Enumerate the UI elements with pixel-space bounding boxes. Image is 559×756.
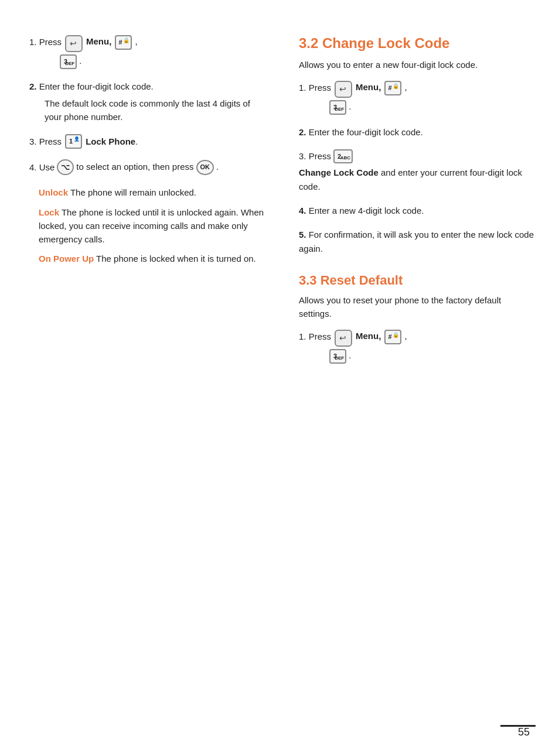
left-step2-text: 2. Enter the four-digit lock code. (29, 80, 154, 93)
left-step3-label: Lock Phone. (86, 135, 138, 148)
left-step3-num: 3. Press (29, 135, 62, 149)
right-menu-icon: ↩ (335, 81, 352, 98)
section-3-2-desc: Allows you to enter a new four-digit loc… (299, 58, 536, 71)
right-33-step1-hash-key: #🔒 (384, 330, 401, 344)
right-step1-hash-key: #🔒 (384, 81, 401, 95)
onpowerup-block: On Power Up The phone is locked when it … (39, 252, 270, 265)
right-33-step-1: 1. Press ↩ Menu, #🔒 , 3DEF . (299, 330, 536, 364)
right-step2-text: 2. Enter the four-digit lock code. (299, 125, 423, 139)
lock-label: Lock (39, 207, 59, 217)
right-33-step1-menu-label: Menu, (356, 330, 381, 343)
left-step2-note: The default lock code is commonly the la… (45, 97, 270, 124)
nav-key-icon: ⌥ (57, 159, 74, 176)
left-column: 1. Press ↩ Menu, #🔒 , 3DEF . 2. Enter th… (29, 35, 275, 721)
onpowerup-label: On Power Up (39, 254, 94, 264)
right-33-step1-menu-key: ↩ (335, 330, 352, 347)
right-step3-label: Change Lock Code and enter your current … (299, 166, 536, 193)
comma1: , (135, 35, 138, 49)
right-step-1: 1. Press ↩ Menu, #🔒 , 3DEF . (299, 81, 536, 115)
right-step1-num: 1. Press (299, 81, 331, 95)
right-three-def-key: 3DEF (329, 100, 346, 115)
onpowerup-desc: The phone is locked when it is turned on… (96, 254, 256, 264)
right-hash-key-icon: #🔒 (384, 81, 401, 95)
page: 1. Press ↩ Menu, #🔒 , 3DEF . 2. Enter th… (0, 0, 559, 756)
right-step4-text: 4. Enter a new 4-digit lock code. (299, 206, 424, 215)
left-step1-3key-row: 3DEF . (60, 54, 270, 69)
one-key-icon: 1👤 (65, 134, 82, 149)
right-step-2: 2. Enter the four-digit lock code. (299, 125, 536, 139)
section-3-3-title: 3.3 Reset Default (299, 273, 536, 288)
left-step4-dot: . (216, 160, 219, 174)
section-3-3-desc: Allows you to reset your phone to the fa… (299, 293, 536, 321)
two-abc-key: 2ABC (333, 149, 353, 164)
right-comma1: , (405, 81, 407, 94)
ok-key-icon: OK (196, 160, 214, 175)
section-3-2-title: 3.2 Change Lock Code (299, 35, 536, 52)
left-step1-dot: . (79, 56, 81, 66)
hash-key-icon: #🔒 (115, 35, 131, 50)
right-step1-menu-key: ↩ (335, 81, 352, 98)
right-33-menu-icon: ↩ (335, 330, 352, 347)
right-step1-3key-row: 3DEF . (329, 100, 536, 115)
left-step1-menu-label: Menu, (86, 35, 111, 49)
left-step-1: 1. Press ↩ Menu, #🔒 , 3DEF . (29, 35, 270, 69)
menu-icon: ↩ (65, 35, 83, 52)
left-step-2: 2. Enter the four-digit lock code. The d… (29, 80, 270, 124)
left-step1-num: 1. Press (29, 35, 62, 49)
left-step-3: 3. Press 1👤 Lock Phone. (29, 134, 270, 149)
left-step4-text-mid: to select an option, then press (76, 160, 193, 174)
right-33-hash-key-icon: #🔒 (384, 330, 401, 344)
left-step1-hash-key: #🔒 (115, 35, 131, 50)
left-step1-menu-key: ↩ (65, 35, 83, 52)
right-33-step1-dot: . (349, 350, 351, 360)
right-column: 3.2 Change Lock Code Allows you to enter… (293, 35, 536, 721)
lock-desc: The phone is locked until it is unlocked… (39, 207, 264, 245)
page-number: 55 (518, 726, 530, 738)
right-step1-menu-label: Menu, (356, 81, 381, 94)
unlock-block: Unlock The phone will remain unlocked. (39, 186, 270, 199)
right-33-comma1: , (405, 330, 407, 343)
right-33-step1-3key-row: 3DEF . (329, 349, 536, 364)
right-step-5: 5. For confirmation, it will ask you to … (299, 228, 536, 255)
unlock-desc: The phone will remain unlocked. (70, 187, 196, 197)
unlock-label: Unlock (39, 187, 68, 197)
left-step4-num: 4. Use (29, 160, 54, 175)
right-step1-dot: . (349, 101, 351, 111)
right-step3-num: 3. Press (299, 149, 331, 163)
three-def-key: 3DEF (60, 54, 77, 69)
left-step-4: 4. Use ⌥ to select an option, then press… (29, 159, 270, 176)
lock-block: Lock The phone is locked until it is unl… (39, 206, 270, 247)
right-33-step1-num: 1. Press (299, 330, 331, 344)
right-step-4: 4. Enter a new 4-digit lock code. (299, 204, 536, 218)
right-step5-text: 5. For confirmation, it will ask you to … (299, 230, 534, 254)
right-33-three-def-key: 3DEF (329, 349, 346, 364)
right-step-3: 3. Press 2ABC Change Lock Code and enter… (299, 149, 536, 193)
